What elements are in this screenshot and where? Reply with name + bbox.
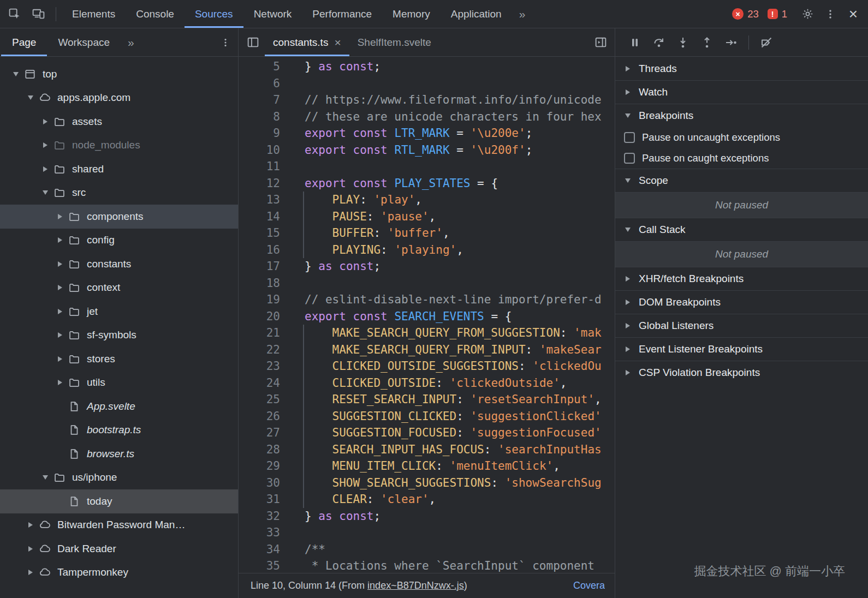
line-number[interactable]: 31 — [239, 491, 280, 508]
tree-item-browser-ts[interactable]: browser.ts — [0, 442, 238, 466]
line-number[interactable]: 33 — [239, 524, 280, 541]
line-number[interactable]: 21 — [239, 325, 280, 342]
disclosure-closed-icon[interactable] — [53, 205, 67, 229]
disclosure-closed-icon[interactable] — [53, 300, 67, 324]
line-number[interactable]: 17 — [239, 258, 280, 275]
tab-workspace[interactable]: Workspace — [47, 28, 121, 56]
step-icon[interactable] — [719, 32, 743, 53]
tree-item-dark-reader[interactable]: Dark Reader — [0, 537, 238, 561]
line-number[interactable]: 14 — [239, 208, 280, 225]
tree-item-top[interactable]: top — [0, 62, 238, 86]
line-number[interactable]: 19 — [239, 291, 280, 308]
section-csp-violation-breakpoints[interactable]: CSP Violation Breakpoints — [615, 361, 868, 384]
code-line[interactable]: 26 SUGGESTION_CLICKED: 'suggestionClicke… — [239, 408, 615, 425]
panel-tab-sources[interactable]: Sources — [185, 0, 243, 28]
disclosure-closed-icon[interactable] — [23, 561, 37, 585]
disclosure-closed-icon[interactable] — [621, 361, 634, 384]
tree-item-stores[interactable]: stores — [0, 347, 238, 371]
disclosure-closed-icon[interactable] — [53, 324, 67, 348]
disclosure-open-icon[interactable] — [621, 104, 634, 127]
source-map-link[interactable]: index~B87DnNzwx-.js — [367, 580, 464, 591]
section-global-listeners[interactable]: Global Listeners — [615, 314, 868, 337]
tree-item-config[interactable]: config — [0, 229, 238, 253]
disclosure-closed-icon[interactable] — [23, 513, 37, 537]
line-number[interactable]: 28 — [239, 441, 280, 458]
navigator-kebab-icon[interactable] — [213, 28, 238, 56]
code-line[interactable]: 10export const RTL_MARK = '\u200f'; — [239, 142, 615, 159]
line-number[interactable]: 23 — [239, 358, 280, 375]
code-line[interactable]: 20export const SEARCH_EVENTS = { — [239, 308, 615, 325]
disclosure-closed-icon[interactable] — [38, 134, 52, 158]
code-line[interactable]: 21 MAKE_SEARCH_QUERY_FROM_SUGGESTION: 'm… — [239, 325, 615, 342]
line-number[interactable]: 10 — [239, 142, 280, 159]
code-line[interactable]: 19// eslint-disable-next-line import/pre… — [239, 291, 615, 308]
line-number[interactable]: 24 — [239, 375, 280, 392]
inspect-icon[interactable] — [2, 0, 26, 28]
code-line[interactable]: 29 MENU_ITEM_CLICK: 'menuItemClick', — [239, 458, 615, 475]
disclosure-closed-icon[interactable] — [38, 157, 52, 181]
disclosure-closed-icon[interactable] — [621, 291, 634, 314]
tree-item-context[interactable]: context — [0, 276, 238, 300]
panel-tab-network[interactable]: Network — [243, 0, 302, 28]
tree-item-utils[interactable]: utils — [0, 371, 238, 395]
toggle-navigator-icon[interactable] — [241, 28, 265, 56]
checkbox-row-pause-on-caught-exceptions[interactable]: Pause on caught exceptions — [615, 148, 868, 169]
step-into-icon[interactable] — [671, 32, 695, 53]
issues-badge[interactable]: ! 1 — [768, 0, 787, 28]
line-number[interactable]: 22 — [239, 342, 280, 358]
tree-item-today[interactable]: today — [0, 489, 238, 513]
disclosure-closed-icon[interactable] — [53, 347, 67, 371]
step-over-icon[interactable] — [647, 32, 671, 53]
panel-tab-memory[interactable]: Memory — [382, 0, 441, 28]
tree-item-apps-apple-com[interactable]: apps.apple.com — [0, 86, 238, 110]
disclosure-closed-icon[interactable] — [621, 314, 634, 337]
disclosure-open-icon[interactable] — [23, 86, 37, 110]
coverage-link[interactable]: Covera — [573, 580, 605, 591]
disclosure-open-icon[interactable] — [621, 169, 634, 192]
line-number[interactable]: 15 — [239, 225, 280, 242]
tree-item-shared[interactable]: shared — [0, 157, 238, 181]
disclosure-closed-icon[interactable] — [53, 371, 67, 395]
device-toolbar-icon[interactable] — [26, 0, 50, 28]
disclosure-open-icon[interactable] — [9, 62, 22, 86]
pause-icon[interactable] — [623, 32, 647, 53]
more-panels-chevron-icon[interactable]: » — [512, 0, 533, 28]
line-number[interactable]: 18 — [239, 275, 280, 292]
panel-tab-elements[interactable]: Elements — [62, 0, 126, 28]
code-line[interactable]: 6 — [239, 75, 615, 92]
line-number[interactable]: 34 — [239, 541, 280, 558]
code-line[interactable]: 28 SEARCH_INPUT_HAS_FOCUS: 'searchInputH… — [239, 441, 615, 458]
line-number[interactable]: 13 — [239, 192, 280, 208]
line-number[interactable]: 5 — [239, 58, 280, 75]
code-line[interactable]: 8// these are unicode characters in four… — [239, 109, 615, 125]
disclosure-closed-icon[interactable] — [621, 81, 634, 104]
disclosure-closed-icon[interactable] — [53, 229, 67, 253]
code-line[interactable]: 12export const PLAY_STATES = { — [239, 175, 615, 192]
section-dom-breakpoints[interactable]: DOM Breakpoints — [615, 290, 868, 314]
tree-item-app-svelte[interactable]: App.svelte — [0, 394, 238, 418]
section-call-stack[interactable]: Call Stack — [615, 218, 868, 241]
code-line[interactable]: 16 PLAYING: 'playing', — [239, 242, 615, 259]
checkbox-row-pause-on-uncaught-exceptions[interactable]: Pause on uncaught exceptions — [615, 127, 868, 148]
line-number[interactable]: 26 — [239, 408, 280, 425]
line-number[interactable]: 12 — [239, 175, 280, 192]
disclosure-closed-icon[interactable] — [621, 57, 634, 80]
code-line[interactable]: 11 — [239, 158, 615, 175]
line-number[interactable]: 20 — [239, 308, 280, 325]
kebab-menu-icon[interactable] — [819, 0, 842, 28]
section-xhr-fetch-breakpoints[interactable]: XHR/fetch Breakpoints — [615, 267, 868, 290]
code-line[interactable]: 31 CLEAR: 'clear', — [239, 491, 615, 508]
editor-tab-shelfitem-svelte[interactable]: ShelfItem.svelte — [349, 28, 439, 56]
disclosure-closed-icon[interactable] — [621, 338, 634, 361]
line-number[interactable]: 27 — [239, 424, 280, 441]
code-line[interactable]: 32} as const; — [239, 508, 615, 525]
disclosure-open-icon[interactable] — [621, 218, 634, 241]
tree-item-bitwarden-password-man[interactable]: Bitwarden Password Man… — [0, 513, 238, 537]
disclosure-closed-icon[interactable] — [38, 110, 52, 134]
code-line[interactable]: 33 — [239, 524, 615, 541]
tree-item-components[interactable]: components — [0, 205, 238, 229]
section-event-listener-breakpoints[interactable]: Event Listener Breakpoints — [615, 337, 868, 361]
line-number[interactable]: 30 — [239, 475, 280, 492]
code-line[interactable]: 25 RESET_SEARCH_INPUT: 'resetSearchInput… — [239, 391, 615, 408]
console-errors-badge[interactable]: × 23 — [732, 0, 759, 28]
